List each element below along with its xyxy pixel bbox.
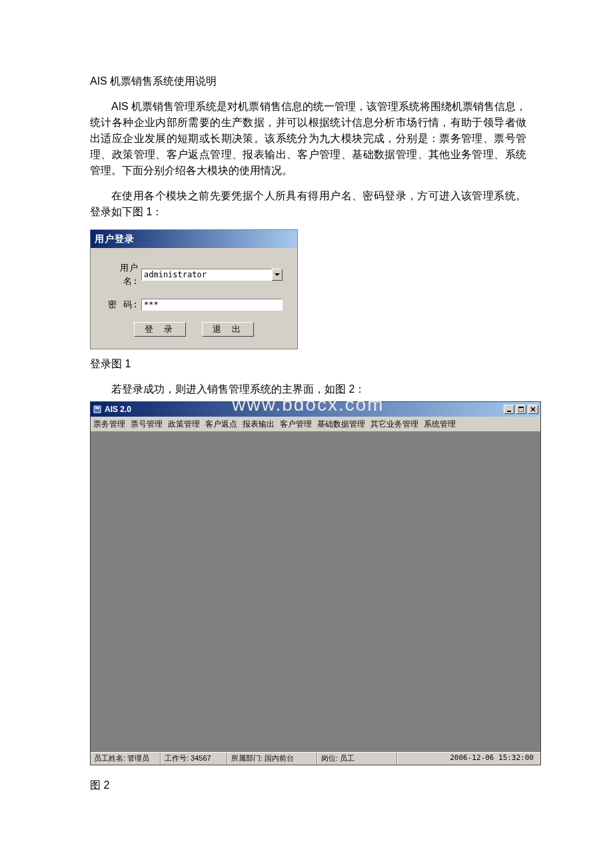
menu-item[interactable]: 基础数据管理 (317, 418, 365, 430)
minimize-icon (506, 407, 512, 412)
svg-rect-3 (507, 411, 511, 412)
exit-button[interactable]: 退 出 (202, 322, 254, 337)
menubar: 票务管理 票号管理 政策管理 客户返点 报表输出 客户管理 基础数据管理 其它业… (91, 417, 540, 432)
menu-item[interactable]: 客户返点 (205, 418, 237, 430)
close-icon (530, 407, 536, 412)
paragraph-2: 在使用各个模块之前先要凭据个人所具有得用户名、密码登录，方可进入该管理系统。登录… (90, 188, 526, 220)
app-title-text: AIS 2.0 (105, 403, 131, 415)
statusbar: 员工姓名: 管理员 工作号: 34567 所属部门: 国内前台 岗位: 员工 2… (91, 752, 540, 765)
username-input[interactable]: administrator (141, 269, 272, 281)
status-employee-name: 员工姓名: 管理员 (91, 753, 161, 765)
mdi-client-area (91, 432, 540, 752)
status-post: 岗位: 员工 (317, 753, 397, 765)
menu-item[interactable]: 政策管理 (168, 418, 200, 430)
doc-title: AIS 机票销售系统使用说明 (90, 73, 526, 89)
menu-item[interactable]: 其它业务管理 (370, 418, 418, 430)
menu-item[interactable]: 报表输出 (243, 418, 275, 430)
app-icon (93, 405, 102, 414)
paragraph-1: AIS 机票销售管理系统是对机票销售信息的统一管理，该管理系统将围绕机票销售信息… (90, 99, 526, 179)
status-job-number: 工作号: 34567 (161, 753, 227, 765)
password-label: 密 码: (105, 298, 139, 311)
menu-item[interactable]: 票务管理 (93, 418, 125, 430)
app-titlebar: AIS 2.0 (91, 402, 540, 417)
app-window: AIS 2.0 票务管理 票号管理 政策管理 客户返点 报表输出 客户管理 基础… (90, 401, 541, 765)
minimize-button[interactable] (504, 405, 514, 414)
login-dialog: 用户登录 用户名: administrator 密 码: *** 登 录 退 出 (90, 229, 298, 349)
close-button[interactable] (528, 405, 538, 414)
status-datetime: 2006-12-06 15:32:00 (397, 753, 540, 765)
username-label: 用户名: (105, 261, 139, 287)
login-dialog-title: 用户登录 (91, 230, 297, 248)
maximize-icon (518, 407, 524, 412)
chevron-down-icon (275, 273, 280, 276)
menu-item[interactable]: 客户管理 (280, 418, 312, 430)
maximize-button[interactable] (516, 405, 526, 414)
svg-rect-5 (518, 407, 524, 408)
paragraph-3: 若登录成功，则进入销售管理系统的主界面，如图 2： (90, 381, 526, 397)
svg-marker-0 (275, 273, 280, 276)
login-button[interactable]: 登 录 (134, 322, 186, 337)
password-input[interactable]: *** (141, 299, 283, 311)
menu-item[interactable]: 系统管理 (424, 418, 456, 430)
figure1-caption: 登录图 1 (90, 356, 526, 372)
status-department: 所属部门: 国内前台 (227, 753, 317, 765)
figure2-caption: 图 2 (90, 777, 526, 793)
svg-rect-1 (94, 406, 101, 413)
menu-item[interactable]: 票号管理 (131, 418, 163, 430)
svg-rect-2 (95, 407, 99, 409)
username-dropdown-button[interactable] (272, 269, 283, 281)
